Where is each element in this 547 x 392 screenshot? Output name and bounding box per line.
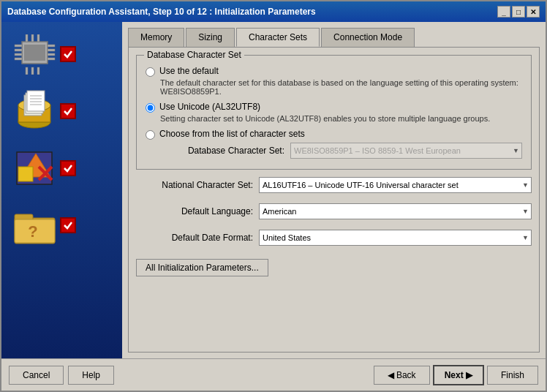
db-charset-label: Database Character Set: [160, 146, 284, 156]
tab-character-sets[interactable]: Character Sets [236, 28, 320, 47]
folder-question-icon: ? [11, 203, 59, 247]
tab-connection-mode[interactable]: Connection Mode [321, 28, 415, 47]
section-title: Database Character Set [144, 50, 244, 60]
checkmark-icon-3 [63, 163, 73, 173]
svg-rect-9 [48, 58, 55, 60]
db-charset-row: Database Character Set: WE8ISO8859P1 – I… [160, 143, 522, 159]
check-badge-2 [60, 103, 76, 119]
default-language-select[interactable]: American [259, 203, 532, 219]
svg-rect-2 [15, 45, 22, 47]
svg-rect-11 [31, 34, 34, 42]
tab-sizing[interactable]: Sizing [186, 28, 235, 47]
right-buttons: ◀ Back Next ▶ Finish [374, 365, 538, 385]
national-charset-row: National Character Set: AL16UTF16 – Unic… [136, 177, 532, 193]
left-buttons: Cancel Help [9, 366, 114, 385]
radio-group: Use the default The default character se… [146, 66, 522, 162]
db-character-set-section: Database Character Set Use the default T… [136, 55, 532, 170]
svg-rect-10 [26, 34, 28, 42]
check-badge-4 [60, 217, 76, 233]
sidebar-item-4: ? [9, 203, 115, 247]
sidebar-item-3 [9, 146, 115, 190]
title-bar: Database Configuration Assistant, Step 1… [1, 1, 546, 22]
back-arrow-icon: ◀ [388, 370, 394, 380]
national-charset-select[interactable]: AL16UTF16 – Unicode UTF-16 Universal cha… [259, 177, 532, 193]
national-charset-select-wrapper: AL16UTF16 – Unicode UTF-16 Universal cha… [259, 177, 532, 193]
svg-rect-3 [15, 49, 22, 51]
use-unicode-label[interactable]: Use Unicode (AL32UTF8) [159, 102, 260, 112]
default-date-format-select-wrapper: United States [259, 230, 532, 246]
svg-rect-1 [24, 45, 45, 61]
svg-rect-4 [15, 53, 22, 56]
svg-rect-8 [48, 53, 55, 56]
close-button[interactable]: ✕ [527, 6, 540, 18]
documents-icon [11, 89, 59, 133]
init-params-btn-wrapper: All Initialization Parameters... [136, 256, 532, 276]
radio-row-choose: Choose from the list of character sets [146, 129, 522, 140]
checkmark-icon-1 [63, 49, 73, 59]
init-params-button[interactable]: All Initialization Parameters... [136, 259, 268, 276]
check-badge-3 [60, 160, 76, 176]
help-button[interactable]: Help [68, 366, 114, 385]
default-language-label: Default Language: [136, 206, 253, 216]
chip-icon [11, 34, 59, 75]
svg-rect-12 [37, 34, 39, 42]
shapes-icon [11, 146, 59, 190]
national-charset-label: National Character Set: [136, 180, 253, 190]
svg-text:?: ? [28, 222, 37, 241]
default-language-select-wrapper: American [259, 203, 532, 219]
svg-rect-7 [48, 49, 55, 51]
window-controls: _ □ ✕ [497, 6, 540, 18]
radio-option-unicode: Use Unicode (AL32UTF8) Setting character… [146, 102, 522, 123]
window-title: Database Configuration Assistant, Step 1… [7, 7, 316, 17]
default-date-format-label: Default Date Format: [136, 233, 253, 243]
sidebar-item-2 [9, 89, 115, 133]
shapes-icon-container [9, 146, 60, 190]
right-panel: Memory Sizing Character Sets Connection … [122, 22, 546, 358]
tabs-row: Memory Sizing Character Sets Connection … [128, 28, 540, 47]
radio-row-unicode: Use Unicode (AL32UTF8) [146, 102, 522, 113]
use-unicode-radio[interactable] [146, 103, 155, 113]
folder-question-icon-container: ? [9, 203, 60, 247]
next-button[interactable]: Next ▶ [433, 365, 484, 385]
db-charset-select-wrapper: WE8ISO8859P1 – ISO 8859-1 West European [290, 143, 522, 159]
next-arrow-icon: ▶ [466, 370, 472, 380]
checkmark-icon-2 [63, 106, 73, 116]
chip-icon-container [9, 32, 60, 76]
main-window: Database Configuration Assistant, Step 1… [0, 0, 547, 392]
choose-list-radio[interactable] [146, 130, 155, 140]
radio-row-default: Use the default [146, 66, 522, 77]
radio-option-choose: Choose from the list of character sets D… [146, 129, 522, 162]
svg-rect-15 [37, 67, 39, 75]
default-language-row: Default Language: American [136, 203, 532, 219]
sidebar: ? [1, 22, 122, 358]
checkmark-icon-4 [63, 220, 73, 230]
finish-button[interactable]: Finish [487, 366, 538, 385]
documents-icon-container [9, 89, 60, 133]
bottom-bar: Cancel Help ◀ Back Next ▶ Finish [1, 358, 546, 391]
use-default-label[interactable]: Use the default [159, 66, 219, 76]
tab-memory[interactable]: Memory [128, 28, 184, 47]
use-default-radio[interactable] [146, 67, 155, 77]
cancel-button[interactable]: Cancel [9, 366, 64, 385]
db-charset-select[interactable]: WE8ISO8859P1 – ISO 8859-1 West European [290, 143, 522, 159]
default-date-format-row: Default Date Format: United States [136, 230, 532, 246]
content-box: Database Character Set Use the default T… [128, 47, 540, 353]
svg-rect-6 [48, 45, 55, 47]
choose-list-label[interactable]: Choose from the list of character sets [159, 129, 305, 139]
use-default-description: The default character set for this datab… [160, 78, 522, 96]
svg-rect-21 [27, 91, 45, 111]
default-date-format-select[interactable]: United States [259, 230, 532, 246]
minimize-button[interactable]: _ [497, 6, 510, 18]
use-unicode-description: Setting character set to Unicode (AL32UT… [160, 114, 522, 123]
check-badge-1 [60, 46, 76, 62]
svg-rect-14 [31, 67, 34, 75]
sidebar-item-1 [9, 32, 115, 76]
back-button[interactable]: ◀ Back [374, 366, 430, 385]
svg-rect-13 [26, 67, 28, 75]
maximize-button[interactable]: □ [512, 6, 525, 18]
svg-rect-5 [15, 58, 22, 60]
radio-option-default: Use the default The default character se… [146, 66, 522, 96]
svg-rect-28 [18, 167, 33, 181]
main-content: ? Memory Sizing Character Sets Connectio… [1, 22, 546, 358]
